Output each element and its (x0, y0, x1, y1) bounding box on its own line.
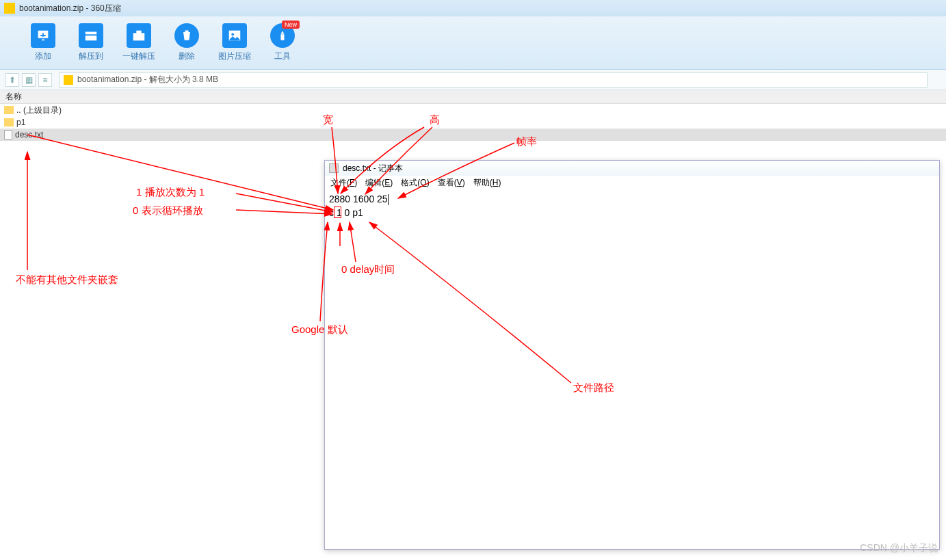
text-caret (388, 194, 389, 205)
column-name-label: 名称 (5, 91, 22, 103)
view-mode-icon[interactable]: ▦ (22, 73, 36, 87)
notepad-titlebar: desc.txt - 记事本 (325, 161, 939, 176)
list-mode-icon[interactable]: ≡ (38, 73, 52, 87)
list-item-p1[interactable]: p1 (0, 116, 946, 129)
add-button[interactable]: 添加 (19, 23, 67, 62)
file-list: .. (上级目录) p1 desc.txt (0, 104, 946, 141)
image-compress-button[interactable]: 图片压缩 (211, 23, 259, 62)
window-titlebar: bootanimation.zip - 360压缩 (0, 0, 946, 16)
list-item-label: p1 (16, 118, 25, 127)
menu-help[interactable]: 帮助(H) (473, 177, 501, 189)
notepad-app-icon (329, 163, 339, 173)
delete-icon (174, 23, 199, 48)
menu-format[interactable]: 格式(O) (401, 177, 429, 189)
notepad-window: desc.txt - 记事本 文件(F) 编辑(E) 格式(O) 查看(V) 帮… (324, 160, 940, 550)
path-bar: ⬆ ▦ ≡ bootanimation.zip - 解包大小为 3.8 MB (0, 70, 946, 90)
new-badge: New (282, 21, 300, 29)
notepad-editor[interactable]: 2880 1600 25 c 1 0 p1 (325, 189, 939, 222)
watermark: CSDN @小羊子说 (860, 542, 938, 555)
list-item-label: desc.txt (15, 130, 43, 139)
menu-file[interactable]: 文件(F) (330, 177, 357, 189)
zip-file-icon (64, 75, 73, 85)
image-compress-label: 图片压缩 (211, 51, 259, 62)
svg-point-1 (231, 33, 234, 36)
txt-file-icon (4, 130, 12, 139)
extract-button[interactable]: 解压到 (67, 23, 115, 62)
anno-nested: 不能有其他文件夹嵌套 (16, 274, 118, 286)
delete-button[interactable]: 删除 (163, 23, 211, 62)
menu-edit[interactable]: 编辑(E) (365, 177, 393, 189)
list-item-parent[interactable]: .. (上级目录) (0, 104, 946, 116)
address-text: bootanimation.zip - 解包大小为 3.8 MB (77, 74, 218, 85)
address-field[interactable]: bootanimation.zip - 解包大小为 3.8 MB (59, 72, 928, 88)
list-item-label: .. (上级目录) (16, 105, 62, 116)
extract-icon (79, 23, 103, 48)
menu-view[interactable]: 查看(V) (438, 177, 465, 189)
editor-line1: 2880 1600 25 (329, 194, 388, 204)
anno-play1: 1 播放次数为 1 (136, 186, 205, 199)
extract-label: 解压到 (67, 51, 115, 62)
notepad-title-text: desc.txt - 记事本 (343, 163, 403, 174)
main-toolbar: 添加 解压到 一键解压 删除 图片压缩 New 工具 (0, 16, 946, 70)
folder-icon (4, 118, 14, 126)
tools-label: 工具 (259, 51, 306, 62)
tools-button[interactable]: New 工具 (259, 23, 306, 62)
notepad-menu: 文件(F) 编辑(E) 格式(O) 查看(V) 帮助(H) (325, 176, 939, 189)
folder-icon (4, 106, 14, 114)
zip-app-icon (4, 3, 15, 14)
onekey-label: 一键解压 (115, 51, 163, 62)
add-icon (31, 23, 55, 48)
delete-label: 删除 (163, 51, 211, 62)
list-item-desc[interactable]: desc.txt (0, 129, 946, 141)
window-title: bootanimation.zip - 360压缩 (19, 3, 121, 14)
onekey-extract-button[interactable]: 一键解压 (115, 23, 163, 62)
add-label: 添加 (19, 51, 67, 62)
nav-up-icon[interactable]: ⬆ (5, 73, 19, 87)
editor-line2: c 1 0 p1 (329, 207, 363, 218)
image-compress-icon (222, 23, 247, 48)
onekey-icon (127, 23, 151, 48)
column-header-name[interactable]: 名称 (0, 90, 946, 104)
anno-play0: 0 表示循环播放 (133, 204, 203, 217)
